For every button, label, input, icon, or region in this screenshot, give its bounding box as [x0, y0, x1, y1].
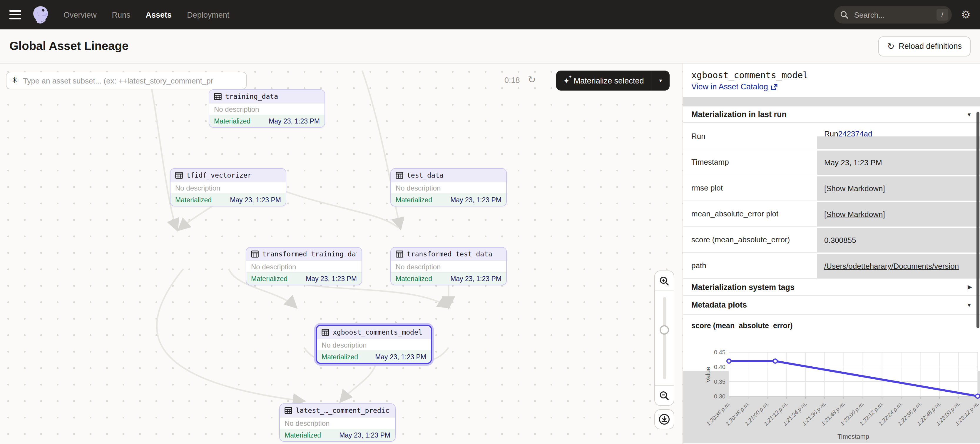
metadata-key: rmse plot	[683, 175, 817, 201]
table-icon	[251, 250, 259, 258]
global-search[interactable]: /	[834, 6, 952, 24]
asset-lineage-canvas[interactable]: training_dataNo descriptionMaterializedM…	[0, 64, 683, 444]
zoom-slider-handle[interactable]	[660, 325, 669, 335]
metadata-row: TimestampMay 23, 1:23 PM	[683, 149, 980, 175]
materialize-selected-button[interactable]: ✦✦ Materialize selected ▼	[556, 70, 670, 91]
asset-name: transformed_training_data	[262, 250, 357, 258]
table-icon	[285, 407, 292, 414]
refresh-icon[interactable]: ↻	[528, 74, 536, 85]
asset-node-header: tfidf_vectorizer	[170, 169, 286, 182]
svg-text:Timestamp: Timestamp	[837, 433, 869, 440]
chevron-down-icon: ▼	[966, 111, 972, 117]
page-header: Global Asset Lineage ↻ Reload definition…	[0, 29, 980, 64]
dagster-logo[interactable]	[30, 5, 51, 25]
asset-description: No description	[317, 339, 431, 350]
settings-gear-icon[interactable]: ⚙	[961, 10, 970, 20]
metadata-value-link[interactable]: [Show Markdown]	[824, 184, 885, 193]
metadata-row: RunRun 242374ad	[683, 123, 980, 149]
metadata-row: rmse plot[Show Markdown]	[683, 175, 980, 201]
metadata-value-link[interactable]: [Show Markdown]	[824, 210, 885, 219]
asset-description: No description	[391, 182, 506, 194]
metadata-value: [Show Markdown]	[817, 201, 980, 226]
search-shortcut-badge: /	[937, 9, 948, 21]
asset-status-row: MaterializedMay 23, 1:23 PM	[391, 194, 506, 206]
metadata-key: score (mean_absolute_error)	[683, 227, 817, 252]
table-icon	[321, 329, 329, 336]
asset-name: training_data	[225, 92, 278, 100]
asset-node-header: xgboost_comments_model	[317, 326, 431, 339]
metadata-key: mean_absolute_error plot	[683, 201, 817, 226]
chevron-right-icon: ▶	[968, 284, 972, 290]
svg-text:0.35: 0.35	[714, 379, 725, 385]
asset-description: No description	[209, 103, 325, 115]
table-icon	[175, 172, 183, 179]
asset-status-row: MaterializedMay 23, 1:23 PM	[170, 194, 286, 206]
asset-node-tfidf_vectorizer[interactable]: tfidf_vectorizerNo descriptionMaterializ…	[170, 168, 286, 207]
last-run-metadata-table: RunRun 242374adTimestampMay 23, 1:23 PMr…	[683, 123, 980, 278]
zoom-in-button[interactable]	[655, 271, 674, 291]
hamburger-menu-icon[interactable]	[10, 10, 21, 19]
search-icon	[840, 11, 848, 19]
asset-node-training_data[interactable]: training_dataNo descriptionMaterializedM…	[209, 89, 325, 127]
nav-tab-deployment[interactable]: Deployment	[187, 10, 229, 19]
asset-status-row: MaterializedMay 23, 1:23 PM	[317, 350, 431, 363]
asset-node-header: transformed_test_data	[391, 248, 506, 261]
materialized-status: Materialized	[321, 353, 358, 361]
materialize-dropdown-caret[interactable]: ▼	[651, 70, 670, 91]
asset-details-panel: xgboost_comments_model View in Asset Cat…	[683, 64, 980, 444]
view-in-asset-catalog-link[interactable]: View in Asset Catalog	[691, 82, 778, 91]
metadata-row: score (mean_absolute_error)0.300855	[683, 226, 980, 252]
asset-node-xgboost_comments_model[interactable]: xgboost_comments_modelNo descriptionMate…	[316, 325, 432, 364]
materialized-timestamp: May 23, 1:23 PM	[306, 275, 357, 282]
asset-title: xgboost_comments_model	[691, 70, 972, 81]
section-materialization-in-last-run[interactable]: Materialization in last run ▼	[683, 107, 980, 123]
asset-name: tfidf_vectorizer	[186, 171, 251, 179]
asset-node-transformed_test_data[interactable]: transformed_test_dataNo descriptionMater…	[390, 247, 507, 285]
svg-text:0.30: 0.30	[714, 393, 725, 399]
section-metadata-plots[interactable]: Metadata plots ▼	[683, 296, 980, 315]
zoom-slider[interactable]	[655, 291, 674, 385]
zoom-out-button[interactable]	[655, 385, 674, 405]
metric-line-chart: 0.450.400.350.301:20:36 p.m.1:20:48 p.m.…	[683, 335, 980, 443]
metadata-value: [Show Markdown]	[817, 175, 980, 201]
asset-node-header: latest_…_comment_predictions	[280, 404, 395, 417]
asset-name: xgboost_comments_model	[333, 328, 422, 336]
svg-text:Value: Value	[704, 367, 712, 383]
reload-icon: ↻	[887, 42, 894, 51]
download-graph-button[interactable]	[654, 409, 674, 429]
metadata-value: 0.300855	[817, 227, 980, 252]
primary-nav-tabs: Overview Runs Assets Deployment	[64, 10, 229, 19]
materialized-timestamp: May 23, 1:23 PM	[230, 196, 281, 204]
materialized-timestamp: May 23, 1:23 PM	[450, 275, 501, 282]
materialized-status: Materialized	[396, 275, 432, 282]
asset-status-row: MaterializedMay 23, 1:23 PM	[246, 272, 361, 285]
materialized-status: Materialized	[285, 432, 321, 439]
asset-node-header: test_data	[391, 169, 506, 182]
global-search-input[interactable]	[853, 10, 918, 20]
refresh-timer: 0:18	[504, 76, 520, 85]
reload-definitions-button[interactable]: ↻ Reload definitions	[878, 36, 970, 56]
asset-description: No description	[246, 261, 361, 272]
asset-status-row: MaterializedMay 23, 1:23 PM	[391, 272, 506, 285]
panel-scrollbar-thumb[interactable]	[977, 112, 979, 328]
asset-node-transformed_training_data[interactable]: transformed_training_dataNo descriptionM…	[246, 247, 362, 285]
asset-description: No description	[170, 182, 286, 194]
metadata-value: May 23, 1:23 PM	[817, 150, 980, 175]
asset-node-test_data[interactable]: test_dataNo descriptionMaterializedMay 2…	[390, 168, 507, 207]
metadata-value: /Users/odetteharary/Documents/version	[817, 253, 980, 278]
nav-tab-overview[interactable]: Overview	[64, 10, 97, 19]
metadata-value-link[interactable]: /Users/odetteharary/Documents/version	[824, 262, 959, 271]
nav-tab-assets[interactable]: Assets	[146, 10, 172, 19]
selection-highlight-band	[683, 97, 980, 107]
materialized-timestamp: May 23, 1:23 PM	[450, 196, 501, 204]
asset-description: No description	[391, 261, 506, 272]
asset-node-latest_…_comment_predictions[interactable]: latest_…_comment_predictionsNo descripti…	[279, 403, 396, 442]
zoom-slider-track[interactable]	[663, 297, 666, 379]
table-icon	[396, 250, 403, 258]
metadata-value-link[interactable]: 242374ad	[838, 129, 872, 138]
section-materialization-system-tags[interactable]: Materialization system tags ▶	[683, 278, 980, 296]
table-icon	[396, 172, 403, 179]
asset-filter-input[interactable]	[6, 72, 247, 89]
asset-status-row: MaterializedMay 23, 1:23 PM	[280, 429, 395, 441]
nav-tab-runs[interactable]: Runs	[112, 10, 130, 19]
